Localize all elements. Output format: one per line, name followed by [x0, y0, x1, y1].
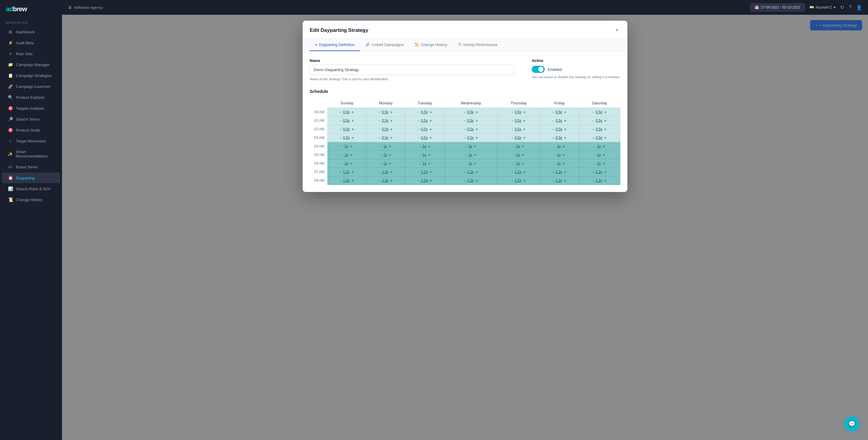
cell-value[interactable]: 0.5x — [467, 136, 474, 140]
help-icon[interactable]: ? — [849, 5, 851, 10]
decrement-button[interactable]: - — [463, 110, 466, 114]
decrement-button[interactable]: - — [339, 127, 342, 132]
decrement-button[interactable]: - — [511, 118, 514, 123]
decrement-button[interactable]: - — [592, 135, 595, 140]
sidebar-item-campaign-manager[interactable]: 📁Campaign Manager — [2, 59, 60, 70]
increment-button[interactable]: + — [475, 135, 478, 140]
decrement-button[interactable]: - — [592, 127, 595, 132]
sidebar-item-brand-terms[interactable]: 🏷Brand Terms — [2, 162, 60, 172]
increment-button[interactable]: + — [523, 110, 526, 114]
increment-button[interactable]: + — [351, 127, 354, 132]
decrement-button[interactable]: - — [378, 127, 381, 132]
cell-value[interactable]: 1.2x — [467, 178, 474, 182]
cell-value[interactable]: 0.5x — [382, 110, 389, 114]
cell-value[interactable]: 1.2x — [343, 170, 350, 174]
cell-value[interactable]: 1.2x — [515, 178, 521, 182]
increment-button[interactable]: + — [563, 127, 567, 132]
increment-button[interactable]: + — [563, 118, 567, 123]
increment-button[interactable]: + — [390, 110, 393, 114]
cell-value[interactable]: 1x — [557, 161, 561, 165]
decrement-button[interactable]: - — [552, 127, 554, 132]
cell-value[interactable]: 1x — [345, 161, 348, 165]
cell-value[interactable]: 1x — [383, 161, 387, 165]
cell-value[interactable]: 1x — [423, 161, 426, 165]
increment-button[interactable]: + — [523, 127, 526, 132]
date-range-button[interactable]: 📅 27-09-2022 - 03-10-2022 — [750, 3, 805, 11]
decrement-button[interactable]: - — [511, 170, 514, 174]
cell-value[interactable]: 0.5x — [556, 127, 562, 131]
cell-value[interactable]: 0.5x — [467, 119, 474, 123]
decrement-button[interactable]: - — [380, 161, 382, 166]
cell-value[interactable]: 0.5x — [467, 127, 474, 131]
decrement-button[interactable]: - — [593, 144, 596, 149]
strategy-name-input[interactable] — [310, 65, 514, 75]
sidebar-item-product-explorer[interactable]: 🔍Product Explorer — [2, 92, 60, 103]
increment-button[interactable]: + — [429, 135, 433, 140]
increment-button[interactable]: + — [429, 178, 433, 183]
increment-button[interactable]: + — [523, 135, 526, 140]
increment-button[interactable]: + — [563, 178, 567, 183]
decrement-button[interactable]: - — [592, 110, 595, 114]
cell-value[interactable]: 0.5x — [595, 110, 602, 114]
increment-button[interactable]: + — [562, 144, 565, 149]
increment-button[interactable]: + — [473, 161, 477, 166]
cell-value[interactable]: 1x — [597, 144, 601, 148]
cell-value[interactable]: 0.5x — [556, 136, 562, 140]
cell-value[interactable]: 1x — [383, 144, 387, 148]
refresh-icon[interactable]: ↻ — [840, 5, 844, 10]
chat-button[interactable]: 💬 — [844, 416, 859, 431]
sidebar-item-rule-sets[interactable]: ≡Rule Sets — [2, 48, 60, 59]
cell-value[interactable]: 0.5x — [515, 127, 521, 131]
increment-button[interactable]: + — [603, 127, 607, 132]
cell-value[interactable]: 1.2x — [467, 170, 474, 174]
decrement-button[interactable]: - — [552, 110, 554, 114]
increment-button[interactable]: + — [351, 110, 354, 114]
decrement-button[interactable]: - — [417, 170, 420, 174]
increment-button[interactable]: + — [473, 153, 477, 157]
decrement-button[interactable]: - — [463, 127, 466, 132]
cell-value[interactable]: 1x — [597, 161, 601, 165]
decrement-button[interactable]: - — [552, 118, 554, 123]
decrement-button[interactable]: - — [463, 178, 466, 183]
increment-button[interactable]: + — [351, 135, 354, 140]
increment-button[interactable]: + — [429, 118, 433, 123]
decrement-button[interactable]: - — [418, 153, 421, 157]
decrement-button[interactable]: - — [513, 161, 515, 166]
cell-value[interactable]: 1x — [423, 144, 426, 148]
increment-button[interactable]: + — [349, 153, 353, 157]
decrement-button[interactable]: - — [378, 135, 381, 140]
decrement-button[interactable]: - — [339, 178, 342, 183]
increment-button[interactable]: + — [521, 161, 525, 166]
cell-value[interactable]: 0.5x — [421, 119, 428, 123]
cell-value[interactable]: 1x — [423, 153, 426, 157]
decrement-button[interactable]: - — [378, 170, 381, 174]
decrement-button[interactable]: - — [378, 118, 381, 123]
decrement-button[interactable]: - — [341, 144, 343, 149]
decrement-button[interactable]: - — [552, 178, 554, 183]
user-icon[interactable]: 👤 — [856, 5, 862, 10]
sidebar-item-campaign-launcher[interactable]: 🚀Campaign Launcher — [2, 81, 60, 92]
cell-value[interactable]: 0.5x — [421, 136, 428, 140]
cell-value[interactable]: 1x — [469, 144, 472, 148]
cell-value[interactable]: 1x — [469, 161, 472, 165]
modal-tab-change-history[interactable]: 📜Change History — [409, 39, 453, 51]
decrement-button[interactable]: - — [511, 135, 514, 140]
increment-button[interactable]: + — [388, 144, 392, 149]
decrement-button[interactable]: - — [339, 110, 342, 114]
cell-value[interactable]: 0.5x — [515, 136, 521, 140]
increment-button[interactable]: + — [429, 110, 433, 114]
decrement-button[interactable]: - — [592, 118, 595, 123]
modal-close-button[interactable]: × — [614, 27, 620, 34]
increment-button[interactable]: + — [523, 178, 526, 183]
increment-button[interactable]: + — [563, 170, 567, 174]
increment-button[interactable]: + — [523, 170, 526, 174]
sidebar-item-change-history[interactable]: 📜Change History — [2, 194, 60, 205]
increment-button[interactable]: + — [475, 127, 478, 132]
increment-button[interactable]: + — [603, 110, 607, 114]
cell-value[interactable]: 0.5x — [382, 136, 389, 140]
increment-button[interactable]: + — [603, 118, 607, 123]
increment-button[interactable]: + — [351, 118, 354, 123]
decrement-button[interactable]: - — [552, 170, 554, 174]
cell-value[interactable]: 1x — [597, 153, 601, 157]
decrement-button[interactable]: - — [378, 110, 381, 114]
